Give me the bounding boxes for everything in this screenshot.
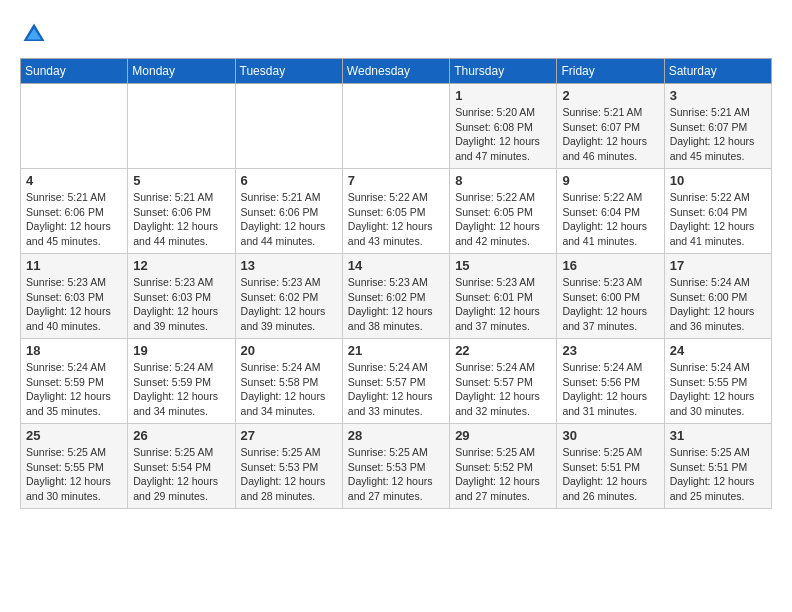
day-number: 15: [455, 258, 551, 273]
calendar-cell: 24Sunrise: 5:24 AMSunset: 5:55 PMDayligh…: [664, 339, 771, 424]
calendar-header-row: SundayMondayTuesdayWednesdayThursdayFrid…: [21, 59, 772, 84]
calendar-cell: 17Sunrise: 5:24 AMSunset: 6:00 PMDayligh…: [664, 254, 771, 339]
day-number: 8: [455, 173, 551, 188]
calendar-cell: 9Sunrise: 5:22 AMSunset: 6:04 PMDaylight…: [557, 169, 664, 254]
day-number: 25: [26, 428, 122, 443]
day-number: 6: [241, 173, 337, 188]
calendar-week-row: 11Sunrise: 5:23 AMSunset: 6:03 PMDayligh…: [21, 254, 772, 339]
day-info: Sunrise: 5:23 AMSunset: 6:03 PMDaylight:…: [133, 275, 229, 334]
day-number: 21: [348, 343, 444, 358]
day-number: 5: [133, 173, 229, 188]
day-info: Sunrise: 5:21 AMSunset: 6:06 PMDaylight:…: [133, 190, 229, 249]
calendar-cell: 4Sunrise: 5:21 AMSunset: 6:06 PMDaylight…: [21, 169, 128, 254]
day-info: Sunrise: 5:25 AMSunset: 5:52 PMDaylight:…: [455, 445, 551, 504]
day-info: Sunrise: 5:22 AMSunset: 6:05 PMDaylight:…: [348, 190, 444, 249]
calendar-cell: [235, 84, 342, 169]
day-number: 17: [670, 258, 766, 273]
calendar-cell: 2Sunrise: 5:21 AMSunset: 6:07 PMDaylight…: [557, 84, 664, 169]
day-info: Sunrise: 5:23 AMSunset: 6:02 PMDaylight:…: [348, 275, 444, 334]
day-info: Sunrise: 5:22 AMSunset: 6:04 PMDaylight:…: [562, 190, 658, 249]
calendar-cell: 3Sunrise: 5:21 AMSunset: 6:07 PMDaylight…: [664, 84, 771, 169]
logo: [20, 20, 50, 48]
weekday-header-friday: Friday: [557, 59, 664, 84]
day-number: 19: [133, 343, 229, 358]
calendar-cell: [21, 84, 128, 169]
logo-icon: [20, 20, 48, 48]
calendar-cell: 13Sunrise: 5:23 AMSunset: 6:02 PMDayligh…: [235, 254, 342, 339]
calendar-week-row: 25Sunrise: 5:25 AMSunset: 5:55 PMDayligh…: [21, 424, 772, 509]
day-number: 11: [26, 258, 122, 273]
day-number: 27: [241, 428, 337, 443]
day-number: 14: [348, 258, 444, 273]
day-info: Sunrise: 5:22 AMSunset: 6:05 PMDaylight:…: [455, 190, 551, 249]
day-number: 18: [26, 343, 122, 358]
day-info: Sunrise: 5:23 AMSunset: 6:03 PMDaylight:…: [26, 275, 122, 334]
calendar-week-row: 4Sunrise: 5:21 AMSunset: 6:06 PMDaylight…: [21, 169, 772, 254]
calendar-cell: 7Sunrise: 5:22 AMSunset: 6:05 PMDaylight…: [342, 169, 449, 254]
day-number: 30: [562, 428, 658, 443]
day-info: Sunrise: 5:21 AMSunset: 6:07 PMDaylight:…: [670, 105, 766, 164]
calendar-cell: 5Sunrise: 5:21 AMSunset: 6:06 PMDaylight…: [128, 169, 235, 254]
day-number: 31: [670, 428, 766, 443]
day-number: 22: [455, 343, 551, 358]
day-number: 12: [133, 258, 229, 273]
day-number: 3: [670, 88, 766, 103]
day-number: 10: [670, 173, 766, 188]
weekday-header-sunday: Sunday: [21, 59, 128, 84]
day-info: Sunrise: 5:25 AMSunset: 5:53 PMDaylight:…: [241, 445, 337, 504]
calendar-cell: 26Sunrise: 5:25 AMSunset: 5:54 PMDayligh…: [128, 424, 235, 509]
calendar-cell: [128, 84, 235, 169]
calendar-week-row: 1Sunrise: 5:20 AMSunset: 6:08 PMDaylight…: [21, 84, 772, 169]
calendar-cell: 30Sunrise: 5:25 AMSunset: 5:51 PMDayligh…: [557, 424, 664, 509]
day-info: Sunrise: 5:24 AMSunset: 6:00 PMDaylight:…: [670, 275, 766, 334]
calendar-week-row: 18Sunrise: 5:24 AMSunset: 5:59 PMDayligh…: [21, 339, 772, 424]
calendar-cell: 31Sunrise: 5:25 AMSunset: 5:51 PMDayligh…: [664, 424, 771, 509]
day-info: Sunrise: 5:24 AMSunset: 5:57 PMDaylight:…: [348, 360, 444, 419]
day-number: 9: [562, 173, 658, 188]
calendar-cell: 29Sunrise: 5:25 AMSunset: 5:52 PMDayligh…: [450, 424, 557, 509]
calendar-cell: 18Sunrise: 5:24 AMSunset: 5:59 PMDayligh…: [21, 339, 128, 424]
day-info: Sunrise: 5:24 AMSunset: 5:59 PMDaylight:…: [133, 360, 229, 419]
day-info: Sunrise: 5:23 AMSunset: 6:01 PMDaylight:…: [455, 275, 551, 334]
calendar-cell: 20Sunrise: 5:24 AMSunset: 5:58 PMDayligh…: [235, 339, 342, 424]
weekday-header-saturday: Saturday: [664, 59, 771, 84]
day-number: 23: [562, 343, 658, 358]
weekday-header-monday: Monday: [128, 59, 235, 84]
calendar-cell: 14Sunrise: 5:23 AMSunset: 6:02 PMDayligh…: [342, 254, 449, 339]
day-number: 4: [26, 173, 122, 188]
calendar-cell: 12Sunrise: 5:23 AMSunset: 6:03 PMDayligh…: [128, 254, 235, 339]
calendar-cell: 8Sunrise: 5:22 AMSunset: 6:05 PMDaylight…: [450, 169, 557, 254]
calendar-cell: 1Sunrise: 5:20 AMSunset: 6:08 PMDaylight…: [450, 84, 557, 169]
calendar-cell: 16Sunrise: 5:23 AMSunset: 6:00 PMDayligh…: [557, 254, 664, 339]
day-info: Sunrise: 5:23 AMSunset: 6:02 PMDaylight:…: [241, 275, 337, 334]
day-number: 29: [455, 428, 551, 443]
day-number: 13: [241, 258, 337, 273]
calendar-cell: 25Sunrise: 5:25 AMSunset: 5:55 PMDayligh…: [21, 424, 128, 509]
day-info: Sunrise: 5:24 AMSunset: 5:58 PMDaylight:…: [241, 360, 337, 419]
calendar-cell: 28Sunrise: 5:25 AMSunset: 5:53 PMDayligh…: [342, 424, 449, 509]
weekday-header-wednesday: Wednesday: [342, 59, 449, 84]
day-info: Sunrise: 5:25 AMSunset: 5:54 PMDaylight:…: [133, 445, 229, 504]
calendar-cell: 11Sunrise: 5:23 AMSunset: 6:03 PMDayligh…: [21, 254, 128, 339]
calendar-cell: 10Sunrise: 5:22 AMSunset: 6:04 PMDayligh…: [664, 169, 771, 254]
calendar-cell: [342, 84, 449, 169]
day-info: Sunrise: 5:25 AMSunset: 5:51 PMDaylight:…: [562, 445, 658, 504]
day-info: Sunrise: 5:24 AMSunset: 5:59 PMDaylight:…: [26, 360, 122, 419]
day-number: 16: [562, 258, 658, 273]
weekday-header-thursday: Thursday: [450, 59, 557, 84]
calendar-table: SundayMondayTuesdayWednesdayThursdayFrid…: [20, 58, 772, 509]
day-info: Sunrise: 5:25 AMSunset: 5:51 PMDaylight:…: [670, 445, 766, 504]
calendar-cell: 22Sunrise: 5:24 AMSunset: 5:57 PMDayligh…: [450, 339, 557, 424]
weekday-header-tuesday: Tuesday: [235, 59, 342, 84]
calendar-cell: 6Sunrise: 5:21 AMSunset: 6:06 PMDaylight…: [235, 169, 342, 254]
day-number: 24: [670, 343, 766, 358]
day-number: 7: [348, 173, 444, 188]
day-number: 20: [241, 343, 337, 358]
day-info: Sunrise: 5:24 AMSunset: 5:56 PMDaylight:…: [562, 360, 658, 419]
day-number: 2: [562, 88, 658, 103]
day-info: Sunrise: 5:21 AMSunset: 6:06 PMDaylight:…: [241, 190, 337, 249]
day-number: 1: [455, 88, 551, 103]
calendar-cell: 19Sunrise: 5:24 AMSunset: 5:59 PMDayligh…: [128, 339, 235, 424]
day-info: Sunrise: 5:20 AMSunset: 6:08 PMDaylight:…: [455, 105, 551, 164]
day-info: Sunrise: 5:24 AMSunset: 5:55 PMDaylight:…: [670, 360, 766, 419]
